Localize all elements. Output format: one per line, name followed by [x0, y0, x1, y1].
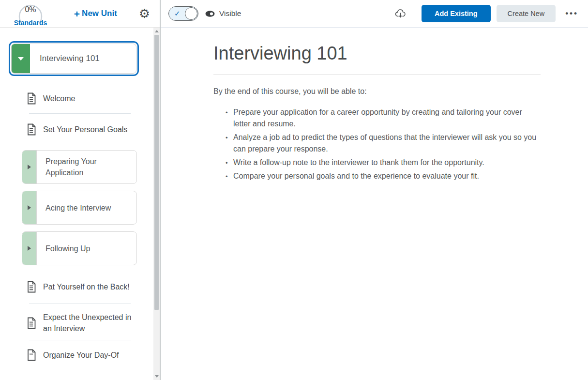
course-outline-sidebar: 0% Standards + New Unit ⚙ Interviewing 1…: [0, 0, 161, 380]
unit-detail-panel: ✓ Visible Add Existing: [161, 0, 588, 380]
unit-title: Interviewing 101: [30, 44, 100, 73]
cloud-download-icon[interactable]: [395, 8, 407, 19]
topic-label: Organize Your Day-Of: [43, 350, 119, 361]
document-icon: [27, 123, 36, 136]
unit-card-inner: Interviewing 101: [11, 44, 136, 74]
title-divider: [213, 74, 541, 75]
topic-row-organize-day-of[interactable]: Organize Your Day-Of: [27, 349, 153, 361]
plus-icon: +: [74, 9, 80, 19]
scroll-down-arrow-icon: [155, 375, 159, 378]
document-icon: [27, 317, 36, 329]
topic-row-welcome[interactable]: Welcome: [27, 92, 153, 105]
unit-expand-strip[interactable]: [22, 232, 37, 265]
unit-card-acing-interview[interactable]: Acing the Interview: [22, 191, 137, 225]
standards-progress-badge[interactable]: 0% Standards: [12, 2, 49, 27]
unit-expand-strip[interactable]: [22, 151, 37, 183]
document-icon: [27, 92, 36, 105]
unit-content: Interviewing 101 By the end of this cour…: [161, 28, 588, 184]
unit-title: Preparing Your Application: [37, 151, 136, 183]
sidebar-scrollbar[interactable]: [153, 28, 160, 380]
sidebar-header: 0% Standards + New Unit ⚙: [0, 0, 160, 28]
list-divider: [29, 113, 131, 114]
chevron-right-icon: [28, 165, 31, 169]
objectives-list: Prepare your application for a career op…: [213, 106, 541, 182]
chevron-right-icon: [28, 246, 31, 251]
unit-title: Acing the Interview: [37, 191, 116, 224]
topic-label: Expect the Unexpected in an Interview: [43, 312, 140, 334]
topic-row-expect-unexpected[interactable]: Expect the Unexpected in an Interview: [27, 312, 153, 334]
more-options-icon[interactable]: •••: [562, 7, 581, 20]
scroll-up-button[interactable]: [153, 28, 160, 35]
unit-card-preparing-application[interactable]: Preparing Your Application: [22, 150, 137, 184]
create-new-button[interactable]: Create New: [497, 5, 556, 22]
topic-row-pat-yourself[interactable]: Pat Yourself on the Back!: [27, 281, 153, 293]
unit-expand-strip[interactable]: [22, 191, 37, 224]
objective-item: Write a follow-up note to the interviewe…: [233, 157, 541, 168]
chevron-down-icon: [18, 57, 24, 61]
objective-item: Compare your personal goals and to the e…: [233, 170, 541, 182]
unit-toolbar: ✓ Visible Add Existing: [161, 0, 588, 28]
chevron-right-icon: [28, 205, 31, 210]
new-unit-label: New Unit: [82, 9, 117, 18]
unit-title: Following Up: [37, 232, 95, 265]
visible-label: Visible: [219, 9, 241, 18]
scroll-up-arrow-icon: [155, 30, 159, 32]
unit-card-following-up[interactable]: Following Up: [22, 231, 137, 265]
eye-icon: [205, 10, 215, 17]
objective-item: Analyze a job ad to predict the types of…: [233, 132, 541, 155]
intro-text: By the end of this course, you will be a…: [213, 87, 541, 96]
topic-label: Welcome: [43, 93, 75, 104]
course-outline-list: Interviewing 101 Welcome: [0, 28, 153, 380]
settings-gear-icon[interactable]: ⚙: [139, 7, 150, 20]
list-divider: [29, 340, 131, 340]
scrollbar-thumb[interactable]: [154, 35, 159, 310]
checkmark-icon: ✓: [174, 9, 181, 18]
visibility-toggle[interactable]: ✓: [168, 6, 198, 21]
document-icon: [27, 349, 36, 361]
toolbar-actions: Add Existing Create New •••: [395, 5, 581, 22]
toggle-knob: [185, 7, 197, 20]
add-existing-button[interactable]: Add Existing: [422, 5, 491, 22]
page-title: Interviewing 101: [213, 42, 588, 64]
list-divider: [29, 304, 131, 304]
course-builder-app: 0% Standards + New Unit ⚙ Interviewing 1…: [0, 0, 588, 380]
topic-label: Set Your Personal Goals: [43, 124, 127, 135]
new-unit-button[interactable]: + New Unit: [74, 9, 117, 19]
unit-expand-strip[interactable]: [12, 44, 30, 73]
standards-label: Standards: [14, 19, 47, 27]
topic-label: Pat Yourself on the Back!: [43, 281, 130, 292]
unit-card-selected[interactable]: Interviewing 101: [9, 41, 139, 76]
standards-percent: 0%: [25, 5, 36, 14]
objective-item: Prepare your application for a career op…: [233, 106, 541, 130]
document-icon: [27, 281, 36, 293]
topic-row-personal-goals[interactable]: Set Your Personal Goals: [27, 123, 153, 136]
scroll-down-button[interactable]: [153, 373, 160, 380]
